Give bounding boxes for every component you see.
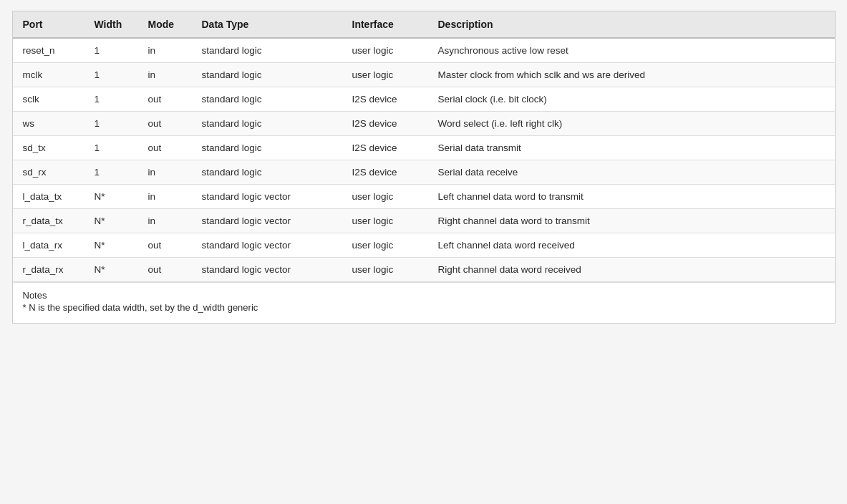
cell-mode: in	[138, 160, 192, 185]
cell-description: Serial data receive	[428, 160, 835, 185]
cell-width: N*	[84, 185, 138, 209]
col-header-mode: Mode	[138, 11, 192, 38]
cell-mode: in	[138, 185, 192, 209]
cell-mode: in	[138, 209, 192, 233]
notes-detail: * N is the specified data width, set by …	[23, 302, 825, 313]
table-row: sclk1outstandard logicI2S deviceSerial c…	[13, 87, 835, 112]
cell-mode: out	[138, 136, 192, 160]
col-header-interface: Interface	[342, 11, 428, 38]
cell-port: r_data_tx	[13, 209, 84, 233]
cell-mode: in	[138, 38, 192, 63]
cell-description: Left channel data word to transmit	[428, 185, 835, 209]
col-header-description: Description	[428, 11, 835, 38]
table-row: r_data_rxN*outstandard logic vectoruser …	[13, 258, 835, 282]
cell-width: N*	[84, 233, 138, 258]
table-header-row: Port Width Mode Data Type Interface Desc…	[13, 11, 835, 38]
cell-port: mclk	[13, 63, 84, 87]
cell-description: Right channel data word to transmit	[428, 209, 835, 233]
cell-interface: user logic	[342, 258, 428, 282]
cell-description: Left channel data word received	[428, 233, 835, 258]
notes-section: Notes * N is the specified data width, s…	[13, 282, 835, 323]
cell-width: 1	[84, 160, 138, 185]
cell-description: Serial clock (i.e. bit clock)	[428, 87, 835, 112]
table-row: sd_rx1instandard logicI2S deviceSerial d…	[13, 160, 835, 185]
cell-description: Asynchronous active low reset	[428, 38, 835, 63]
cell-interface: I2S device	[342, 136, 428, 160]
cell-port: sd_tx	[13, 136, 84, 160]
cell-port: sd_rx	[13, 160, 84, 185]
cell-data_type: standard logic	[192, 160, 342, 185]
cell-mode: out	[138, 112, 192, 136]
cell-width: 1	[84, 63, 138, 87]
cell-width: 1	[84, 136, 138, 160]
cell-description: Word select (i.e. left right clk)	[428, 112, 835, 136]
table-row: l_data_rxN*outstandard logic vectoruser …	[13, 233, 835, 258]
port-interface-table: Port Width Mode Data Type Interface Desc…	[12, 11, 836, 324]
cell-width: N*	[84, 209, 138, 233]
cell-interface: I2S device	[342, 160, 428, 185]
notes-title: Notes	[23, 290, 825, 301]
cell-data_type: standard logic vector	[192, 185, 342, 209]
cell-width: 1	[84, 87, 138, 112]
cell-port: sclk	[13, 87, 84, 112]
cell-interface: user logic	[342, 38, 428, 63]
cell-port: l_data_rx	[13, 233, 84, 258]
cell-mode: out	[138, 233, 192, 258]
cell-mode: out	[138, 87, 192, 112]
cell-description: Right channel data word received	[428, 258, 835, 282]
cell-data_type: standard logic	[192, 87, 342, 112]
cell-interface: I2S device	[342, 112, 428, 136]
col-header-width: Width	[84, 11, 138, 38]
cell-data_type: standard logic vector	[192, 209, 342, 233]
table-row: l_data_txN*instandard logic vectoruser l…	[13, 185, 835, 209]
col-header-data-type: Data Type	[192, 11, 342, 38]
cell-port: reset_n	[13, 38, 84, 63]
cell-data_type: standard logic	[192, 63, 342, 87]
cell-width: 1	[84, 38, 138, 63]
cell-data_type: standard logic	[192, 136, 342, 160]
cell-mode: out	[138, 258, 192, 282]
cell-description: Serial data transmit	[428, 136, 835, 160]
cell-mode: in	[138, 63, 192, 87]
table-row: sd_tx1outstandard logicI2S deviceSerial …	[13, 136, 835, 160]
table-row: r_data_txN*instandard logic vectoruser l…	[13, 209, 835, 233]
cell-data_type: standard logic vector	[192, 258, 342, 282]
cell-interface: user logic	[342, 185, 428, 209]
cell-port: r_data_rx	[13, 258, 84, 282]
cell-description: Master clock from which sclk and ws are …	[428, 63, 835, 87]
cell-data_type: standard logic	[192, 38, 342, 63]
cell-port: ws	[13, 112, 84, 136]
col-header-port: Port	[13, 11, 84, 38]
cell-interface: user logic	[342, 63, 428, 87]
cell-interface: I2S device	[342, 87, 428, 112]
table-row: mclk1instandard logicuser logicMaster cl…	[13, 63, 835, 87]
cell-width: 1	[84, 112, 138, 136]
table-row: ws1outstandard logicI2S deviceWord selec…	[13, 112, 835, 136]
cell-port: l_data_tx	[13, 185, 84, 209]
cell-width: N*	[84, 258, 138, 282]
cell-interface: user logic	[342, 209, 428, 233]
cell-data_type: standard logic vector	[192, 233, 342, 258]
cell-interface: user logic	[342, 233, 428, 258]
cell-data_type: standard logic	[192, 112, 342, 136]
table-row: reset_n1instandard logicuser logicAsynch…	[13, 38, 835, 63]
